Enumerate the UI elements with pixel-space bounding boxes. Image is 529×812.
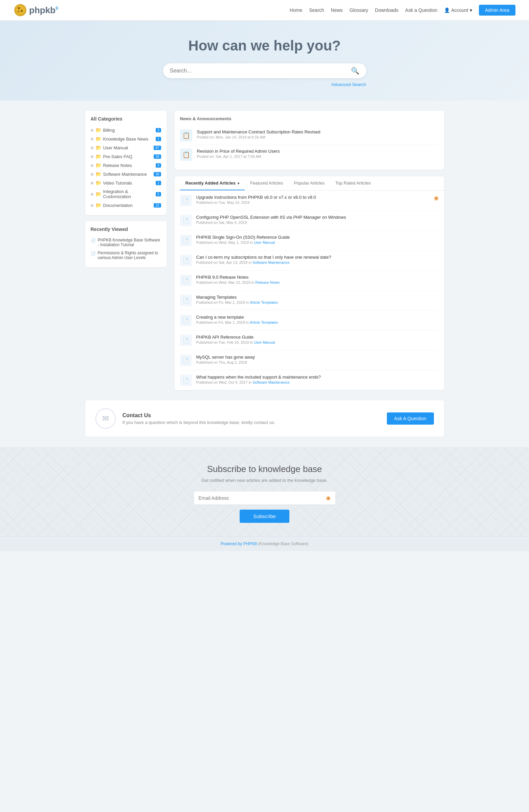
admin-area-button[interactable]: Admin Area xyxy=(479,5,515,16)
article-title[interactable]: MySQL server has gone away xyxy=(196,354,439,360)
recently-viewed-title: PHPKB Knowledge Base Software - Installa… xyxy=(98,238,161,247)
article-category-link[interactable]: Article Templates xyxy=(250,320,278,324)
recently-viewed-item[interactable]: 📄 PHPKB Knowledge Base Software - Instal… xyxy=(91,236,161,249)
article-meta: Published on Tue, May 14, 2019 xyxy=(196,201,429,204)
article-icon-wrap: 📄 xyxy=(180,235,192,246)
article-title[interactable]: Configuring PHP OpenSSL Extension with I… xyxy=(196,215,439,220)
svg-point-1 xyxy=(16,5,25,15)
nav-downloads[interactable]: Downloads xyxy=(375,8,398,13)
logo-text: phpkb9 xyxy=(29,5,58,16)
rss-icon: ◉ xyxy=(326,495,330,501)
article-title[interactable]: What happens when the included support &… xyxy=(196,375,439,380)
article-category-link[interactable]: Software Maintenance xyxy=(252,260,289,264)
article-title[interactable]: Can I co-term my subscriptions so that I… xyxy=(196,255,439,260)
article-category-link[interactable]: User Manual xyxy=(254,340,275,344)
category-item[interactable]: ⊞ 📁 Billing 3 xyxy=(91,126,161,134)
contact-section: ✉ Contact Us If you have a question whic… xyxy=(78,400,451,447)
category-name: Pre-Sales FAQ xyxy=(103,154,133,159)
recently-viewed-item[interactable]: 📄 Permissions & Rights assigned to vario… xyxy=(91,249,161,262)
folder-icon: 📁 xyxy=(95,162,101,168)
account-link[interactable]: Account xyxy=(451,8,468,13)
category-item[interactable]: ⊞ 📁 Pre-Sales FAQ 26 xyxy=(91,152,161,161)
category-name: Billing xyxy=(103,128,115,133)
tabs-bar: Recently Added Articles ▾Featured Articl… xyxy=(175,176,444,191)
nav-search[interactable]: Search xyxy=(309,8,324,13)
nav-news[interactable]: News xyxy=(331,8,343,13)
email-input[interactable] xyxy=(199,495,326,501)
category-item[interactable]: ⊞ 📁 Knowledge Base News 1 xyxy=(91,134,161,143)
category-item[interactable]: ⊞ 📁 User Manual 87 xyxy=(91,143,161,152)
tab-recently-added-articles[interactable]: Recently Added Articles ▾ xyxy=(180,176,245,190)
article-category-link[interactable]: Release Notes xyxy=(255,280,280,285)
expand-icon: ⊞ xyxy=(91,146,93,150)
article-title[interactable]: Creating a new template xyxy=(196,315,439,320)
category-name: Integration & Customization xyxy=(103,189,154,199)
article-content: What happens when the included support &… xyxy=(196,375,439,384)
subscribe-button[interactable]: Subscribe xyxy=(240,510,289,523)
category-name: Knowledge Base News xyxy=(103,136,149,142)
logo[interactable]: phpkb9 xyxy=(14,3,58,17)
doc-icon: 📄 xyxy=(91,238,96,243)
news-icon-wrap: 📋 xyxy=(180,129,192,142)
nav-glossary[interactable]: Glossary xyxy=(350,8,368,13)
news-box: News & Announcements 📋 Support and Maint… xyxy=(175,111,444,170)
main-area: News & Announcements 📋 Support and Maint… xyxy=(175,111,444,390)
main-content: All Categories ⊞ 📁 Billing 3 ⊞ 📁 Knowled… xyxy=(78,111,451,390)
article-title[interactable]: PHPKB 9.0 Release Notes xyxy=(196,275,439,280)
search-bar-wrap: 🔍 xyxy=(163,63,366,78)
search-input[interactable] xyxy=(170,68,351,74)
article-meta: Published on Tue, Feb 19, 2019 in User M… xyxy=(196,340,439,344)
search-button[interactable]: 🔍 xyxy=(351,67,359,75)
article-icon-wrap: 📄 xyxy=(180,255,192,266)
category-item[interactable]: ⊞ 📁 Documentation 22 xyxy=(91,201,161,209)
category-item[interactable]: ⊞ 📁 Integration & Customization 5 xyxy=(91,187,161,201)
articles-list: 📄 Upgrade Instructions from PHPKB v6.0 o… xyxy=(175,191,444,390)
tab-top-rated-articles[interactable]: Top Rated Articles xyxy=(330,176,376,190)
article-meta: Published on Fri, Mar 1, 2019 in Article… xyxy=(196,300,439,304)
article-meta: Published on Sat, May 4, 2019 xyxy=(196,220,439,224)
article-content: PHPKB 9.0 Release Notes Published on Wed… xyxy=(196,275,439,285)
folder-icon: 📁 xyxy=(95,180,101,186)
article-title[interactable]: PHPKB Single Sign-On (SSO) Reference Gui… xyxy=(196,235,439,240)
article-content: PHPKB Single Sign-On (SSO) Reference Gui… xyxy=(196,235,439,245)
article-category-link[interactable]: Article Templates xyxy=(250,300,278,304)
search-bar: 🔍 xyxy=(163,63,366,78)
search-icon: 🔍 xyxy=(351,67,359,74)
article-item: 📄 PHPKB API Reference Guide Published on… xyxy=(180,331,439,350)
category-name: Documentation xyxy=(103,203,133,208)
footer-link[interactable]: Powered by PHPKB xyxy=(221,541,257,546)
article-title[interactable]: Managing Templates xyxy=(196,294,439,300)
article-item: 📄 PHPKB 9.0 Release Notes Published on W… xyxy=(180,271,439,291)
ask-question-button[interactable]: Ask A Question xyxy=(387,412,434,425)
article-category-link[interactable]: User Manual xyxy=(254,241,275,245)
expand-icon: ⊞ xyxy=(91,137,93,141)
account-menu[interactable]: 👤 Account ▾ xyxy=(444,8,472,13)
article-title[interactable]: Upgrade Instructions from PHPKB v6.0 or … xyxy=(196,195,429,200)
nav-home[interactable]: Home xyxy=(290,8,302,13)
tab-popular-articles[interactable]: Popular Articles xyxy=(288,176,330,190)
folder-icon: 📁 xyxy=(95,145,101,150)
news-title[interactable]: Support and Maintenance Contract Subscri… xyxy=(197,129,321,134)
category-badge: 1 xyxy=(156,137,161,141)
advanced-search-link[interactable]: Advanced Search xyxy=(331,82,366,87)
expand-icon: ⊞ xyxy=(91,181,93,185)
subscribe-description: Get notified when new articles are added… xyxy=(7,478,522,483)
tab-featured-articles[interactable]: Featured Articles xyxy=(245,176,289,190)
article-content: Upgrade Instructions from PHPKB v6.0 or … xyxy=(196,195,429,204)
news-icon: 📋 xyxy=(182,151,190,158)
category-item[interactable]: ⊞ 📁 Release Notes 9 xyxy=(91,161,161,170)
subscribe-form: ◉ Subscribe xyxy=(194,491,336,523)
category-item[interactable]: ⊞ 📁 Video Tutorials 1 xyxy=(91,178,161,187)
news-title[interactable]: Revision in Price of Required Admin User… xyxy=(197,149,280,154)
category-item[interactable]: ⊞ 📁 Software Maintenance 30 xyxy=(91,170,161,178)
logo-version: 9 xyxy=(56,5,58,11)
news-content: Support and Maintenance Contract Subscri… xyxy=(197,129,321,139)
article-icon: 📄 xyxy=(183,258,189,263)
subscribe-heading: Subscribe to knowledge base xyxy=(7,464,522,474)
category-name: Video Tutorials xyxy=(103,180,132,186)
article-category-link[interactable]: Software Maintenance xyxy=(252,380,289,384)
nav-ask[interactable]: Ask a Question xyxy=(405,8,437,13)
folder-icon: 📁 xyxy=(95,154,101,159)
news-item: 📋 Revision in Price of Required Admin Us… xyxy=(180,145,439,164)
article-title[interactable]: PHPKB API Reference Guide xyxy=(196,335,439,339)
